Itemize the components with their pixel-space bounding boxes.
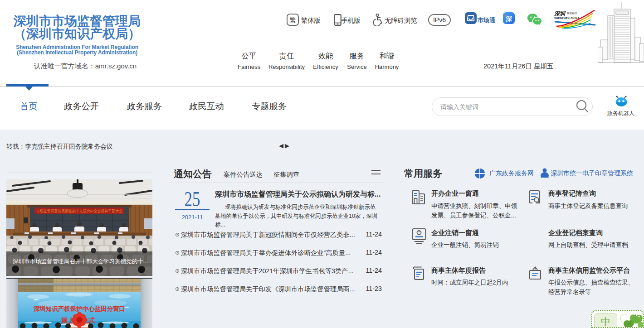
svg-text:深圳市市场监督管理局召开干部大会学习贯彻党的十...: 深圳市市场监督管理局召开干部大会学习贯彻党的十... — [13, 258, 148, 265]
svg-text:SHENZHEN CHINA: SHENZHEN CHINA — [554, 17, 580, 19]
svg-text:政府在线: 政府在线 — [567, 12, 577, 14]
svg-text:深圳: 深圳 — [554, 10, 566, 17]
svg-text:市场监管局宣传贯彻党的十九届六中全会精神干部大会: 市场监管局宣传贯彻党的十九届六中全会精神干部大会 — [36, 209, 122, 213]
svg-text:深圳知识产权保护中心盐田分窗口: 深圳知识产权保护中心盐田分窗口 — [33, 305, 126, 312]
